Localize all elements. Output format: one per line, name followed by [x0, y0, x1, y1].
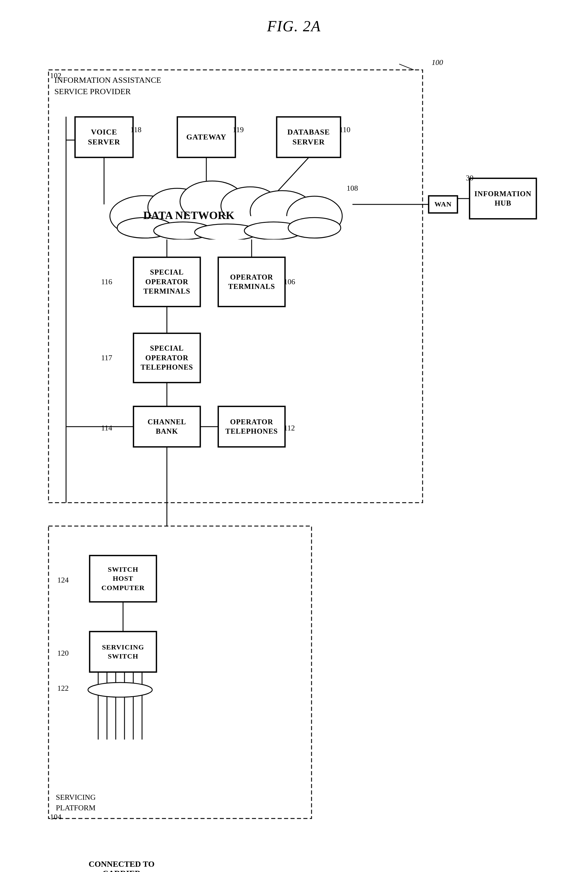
- channel-bank-box: CHANNELBANK: [133, 406, 201, 447]
- ref-124: 124: [57, 576, 69, 585]
- servicing-switch-box: SERVICINGSWITCH: [89, 631, 157, 672]
- data-network-cloud: DATA NETWORK: [87, 169, 350, 239]
- figure-title: FIG. 2A: [23, 18, 565, 35]
- ref-116: 116: [101, 278, 112, 286]
- operator-telephones-box: OPERATORTELEPHONES: [218, 406, 285, 447]
- ref-108: 108: [346, 184, 358, 193]
- ref-122: 122: [57, 684, 69, 693]
- servicing-platform-label: SERVICINGPLATFORM: [56, 792, 96, 813]
- information-hub-box: INFORMATIONHUB: [470, 178, 537, 219]
- connected-to-label: CONNECTED TOCARRIER NETWORKS: [78, 859, 165, 872]
- iasp-label: INFORMATION ASSISTANCE SERVICE PROVIDER: [54, 74, 161, 97]
- ref-102: 102: [50, 71, 62, 80]
- ref-117: 117: [101, 353, 112, 362]
- svg-line-1: [399, 64, 414, 70]
- ref-30: 30: [466, 174, 474, 182]
- ref-106: 106: [284, 278, 295, 286]
- ref-114: 114: [101, 424, 112, 433]
- diagram-container: 100 INFORMATION ASSISTANCE SERVICE PROVI…: [31, 53, 557, 857]
- svg-point-48: [288, 218, 341, 238]
- ref-119: 119: [232, 125, 244, 134]
- ref-118: 118: [130, 125, 141, 134]
- ref-104: 104: [50, 813, 62, 821]
- svg-rect-2: [48, 526, 312, 818]
- gateway-box: GATEWAY: [177, 117, 236, 158]
- wan-box: WAN: [428, 195, 458, 213]
- ref-100: 100: [432, 58, 443, 67]
- switch-host-computer-box: SWITCHHOSTCOMPUTER: [89, 555, 157, 602]
- ref-112: 112: [284, 424, 295, 433]
- svg-point-36: [88, 683, 152, 697]
- operator-terminals-box: OPERATORTERMINALS: [218, 257, 285, 307]
- special-operator-terminals-box: SPECIALOPERATORTERMINALS: [133, 257, 201, 307]
- svg-text:DATA NETWORK: DATA NETWORK: [143, 209, 235, 221]
- special-operator-telephones-box: SPECIALOPERATORTELEPHONES: [133, 333, 201, 383]
- voice-server-box: VOICESERVER: [75, 117, 133, 158]
- ref-110: 110: [339, 125, 350, 134]
- ref-120: 120: [57, 649, 69, 658]
- database-server-box: DATABASESERVER: [276, 117, 341, 158]
